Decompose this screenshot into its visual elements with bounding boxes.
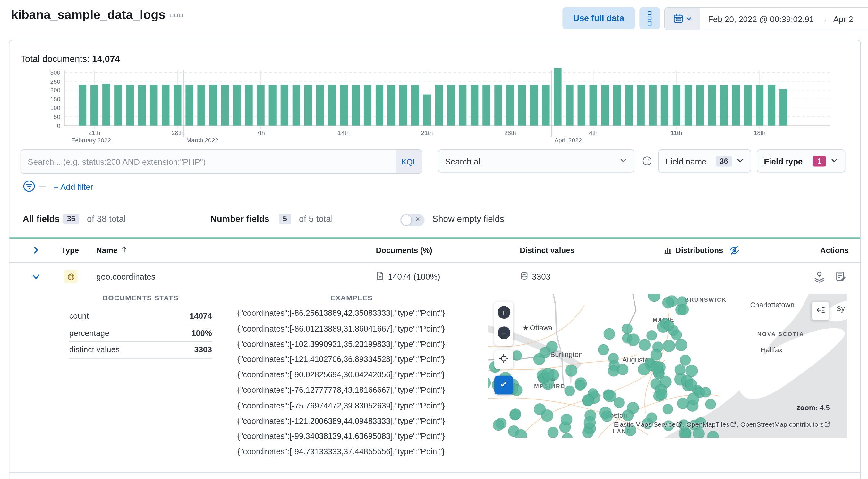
- svg-text:4th: 4th: [589, 130, 597, 136]
- svg-text:28th: 28th: [504, 130, 516, 136]
- field-type-label: Field type: [764, 156, 809, 166]
- screen: kibana_sample_data_logs Use full data Fe…: [0, 0, 868, 479]
- expand-icon: [499, 380, 508, 391]
- svg-text:NOVA SCOTIA: NOVA SCOTIA: [757, 331, 804, 337]
- example-value: {"coordinates":[-90.02825694,30.04242056…: [237, 368, 475, 383]
- column-header-name[interactable]: Name: [96, 246, 117, 255]
- kebab-menu-button[interactable]: [639, 7, 660, 29]
- help-icon[interactable]: ?: [642, 156, 653, 169]
- examples-title: EXAMPLES: [237, 294, 465, 302]
- document-icon: [376, 271, 384, 283]
- crosshair-icon: [499, 354, 509, 366]
- date-range-arrow-icon: →: [819, 14, 828, 23]
- svg-text:21th: 21th: [421, 130, 433, 136]
- svg-text:BRUNSWICK: BRUNSWICK: [685, 296, 727, 303]
- svg-text:150: 150: [50, 96, 60, 103]
- search-input[interactable]: [21, 150, 396, 173]
- chevron-down-icon: [619, 156, 627, 166]
- search-all-select[interactable]: Search all: [438, 150, 634, 172]
- example-value: {"coordinates":[-86.01213889,31.86041667…: [237, 321, 475, 337]
- distinct-values-count: 3303: [532, 272, 551, 281]
- total-documents-value: 14,074: [92, 54, 120, 63]
- documents-stats-title: DOCUMENTS STATS: [69, 294, 212, 302]
- sort-ascending-icon[interactable]: [120, 246, 128, 256]
- example-value: {"coordinates":[-102.3990931,35.23199833…: [237, 337, 475, 352]
- field-name-count-badge: 36: [716, 156, 732, 166]
- svg-text:18th: 18th: [754, 130, 766, 136]
- add-filter-link[interactable]: + Add filter: [54, 182, 93, 191]
- example-value: {"coordinates":[-121.4102706,36.89334528…: [237, 352, 475, 368]
- filter-divider: [39, 186, 46, 187]
- svg-text:100: 100: [50, 104, 60, 111]
- search-bar: KQL: [21, 150, 423, 174]
- stats-row: count14074: [69, 308, 212, 325]
- column-header-type: Type: [62, 246, 79, 255]
- field-name-label: Field name: [665, 156, 711, 166]
- external-link-icon: [676, 421, 682, 427]
- edit-field-icon[interactable]: [835, 270, 846, 284]
- map-legend-toggle-button[interactable]: [811, 302, 829, 320]
- svg-text:Charlottetown: Charlottetown: [750, 301, 794, 309]
- svg-text:250: 250: [50, 78, 60, 85]
- map-zoom-control: + −: [494, 302, 513, 346]
- eye-slash-icon[interactable]: [729, 245, 740, 258]
- attribution-link[interactable]: OpenMapTiles: [686, 421, 730, 428]
- column-header-documents: Documents (%): [376, 246, 432, 255]
- date-range-start[interactable]: Feb 20, 2022 @ 00:39:02.91: [708, 14, 814, 23]
- number-fields-label: Number fields: [210, 214, 270, 224]
- documents-percent-value: 14074 (100%): [388, 272, 440, 281]
- example-value: {"coordinates":[-94.73133333,37.44855556…: [237, 444, 475, 460]
- date-picker[interactable]: Feb 20, 2022 @ 00:39:02.91 → Apr 2: [664, 7, 868, 30]
- attribution-link[interactable]: OpenStreetMap contributors: [740, 421, 824, 428]
- map-expand-button[interactable]: [494, 376, 513, 395]
- kql-language-button[interactable]: KQL: [396, 150, 422, 173]
- documents-over-time-chart: 05010015020025030021th28th7th14th21th28t…: [21, 68, 840, 147]
- explore-in-maps-icon[interactable]: [813, 270, 825, 285]
- field-name-filter[interactable]: Field name 36: [658, 150, 751, 172]
- field-type-count-badge: 1: [813, 156, 826, 166]
- svg-text:200: 200: [50, 87, 60, 94]
- example-value: {"coordinates":[-75.76974472,39.83052639…: [237, 398, 475, 414]
- documents-stats-table: count14074 percentage100% distinct value…: [69, 308, 212, 359]
- show-empty-fields-toggle[interactable]: ✕: [400, 214, 425, 226]
- index-options-icon[interactable]: [170, 10, 184, 20]
- map-zoom-out-button[interactable]: −: [497, 326, 510, 339]
- svg-text:28th: 28th: [172, 130, 184, 136]
- attribution-link[interactable]: Elastic Maps Service: [614, 421, 676, 428]
- svg-text:★: ★: [523, 324, 529, 332]
- number-fields-total: of 5 total: [299, 214, 333, 224]
- expand-all-chevron-icon[interactable]: [31, 246, 40, 257]
- collapse-row-chevron-icon[interactable]: [31, 272, 40, 283]
- use-full-data-button[interactable]: Use full data: [562, 7, 635, 29]
- calendar-button[interactable]: [665, 8, 700, 30]
- date-range-end[interactable]: Apr 2: [833, 14, 853, 23]
- map-set-view-button[interactable]: [494, 350, 513, 369]
- svg-text:300: 300: [50, 69, 60, 76]
- total-documents: Total documents: 14,074: [21, 54, 120, 64]
- field-name-value: geo.coordinates: [96, 272, 155, 281]
- svg-text:April 2022: April 2022: [555, 137, 582, 143]
- chevron-down-icon: [686, 15, 692, 23]
- all-fields-label: All fields: [23, 214, 60, 224]
- bar-chart-icon: [664, 246, 672, 257]
- map-zoom-in-button[interactable]: +: [497, 306, 510, 319]
- svg-text:Halifax: Halifax: [761, 346, 783, 354]
- stats-row: distinct values3303: [69, 342, 212, 359]
- svg-text:7th: 7th: [256, 130, 265, 136]
- svg-text:0: 0: [57, 123, 61, 129]
- legend-collapse-icon: [816, 305, 825, 317]
- chevron-down-icon: [831, 156, 838, 166]
- example-value: {"coordinates":[-99.34038139,41.63695083…: [237, 429, 475, 444]
- page-title: kibana_sample_data_logs: [11, 8, 165, 22]
- filter-icon[interactable]: [23, 180, 36, 195]
- field-type-filter[interactable]: Field type 1: [757, 150, 845, 172]
- data-visualizer-panel: Total documents: 14,074 0501001502002503…: [9, 40, 861, 479]
- svg-text:21th: 21th: [89, 130, 100, 136]
- svg-text:Ottawa: Ottawa: [530, 324, 553, 332]
- geo-points-map[interactable]: BRUNSWICKCharlottetownSyMAINE★OttawaNOVA…: [488, 294, 847, 438]
- table-row-geo-coordinates: geo.coordinates 14074 (100%) 3303: [9, 263, 860, 290]
- column-header-distributions: Distributions: [675, 246, 723, 255]
- external-link-icon: [730, 421, 736, 427]
- svg-text:Sy: Sy: [837, 305, 845, 313]
- number-fields-count-badge: 5: [279, 214, 291, 224]
